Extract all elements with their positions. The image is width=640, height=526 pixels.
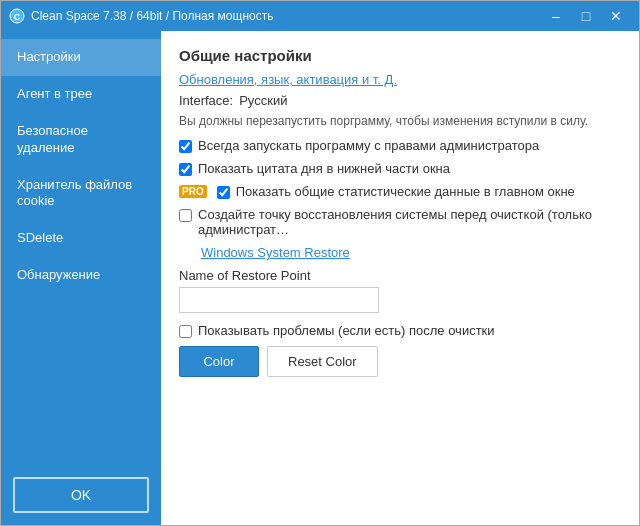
sidebar-item-agent[interactable]: Агент в трее — [1, 76, 161, 113]
close-button[interactable]: ✕ — [601, 1, 631, 31]
maximize-button[interactable]: □ — [571, 1, 601, 31]
main-content: Настройки Агент в трее Безопасное удален… — [1, 31, 639, 525]
sidebar-bottom: OK — [1, 465, 161, 525]
checkbox-row-1: Всегда запускать программу с правами адм… — [179, 138, 621, 153]
reset-color-button[interactable]: Reset Color — [267, 346, 378, 377]
checkbox-row-4: Создайте точку восстановления системы пе… — [179, 207, 621, 237]
titlebar: C Clean Space 7.38 / 64bit / Полная мощн… — [1, 1, 639, 31]
checkbox-row-2: Показать цитата дня в нижней части окна — [179, 161, 621, 176]
sidebar: Настройки Агент в трее Безопасное удален… — [1, 31, 161, 525]
checkbox-problems[interactable] — [179, 325, 192, 338]
checkbox-quote-label: Показать цитата дня в нижней части окна — [198, 161, 450, 176]
checkbox-admin[interactable] — [179, 140, 192, 153]
window-title: Clean Space 7.38 / 64bit / Полная мощнос… — [31, 9, 541, 23]
color-buttons: Color Reset Color — [179, 346, 621, 377]
settings-link[interactable]: Обновления, язык, активация и т. Д. — [179, 72, 621, 87]
app-icon: C — [9, 8, 25, 24]
checkbox-row-problems: Показывать проблемы (если есть) после оч… — [179, 323, 621, 338]
sidebar-item-detection[interactable]: Обнаружение — [1, 257, 161, 294]
sidebar-item-cookie[interactable]: Хранитель файлов cookie — [1, 167, 161, 221]
restore-link[interactable]: Windows System Restore — [201, 245, 621, 260]
main-window: C Clean Space 7.38 / 64bit / Полная мощн… — [0, 0, 640, 526]
panel-title: Общие настройки — [179, 47, 621, 64]
checkbox-restore-label: Создайте точку восстановления системы пе… — [198, 207, 621, 237]
restore-point-label: Name of Restore Point — [179, 268, 621, 283]
checkbox-row-3: PRO Показать общие статистические данные… — [179, 184, 621, 199]
sidebar-item-secure-delete[interactable]: Безопасное удаление — [1, 113, 161, 167]
color-button[interactable]: Color — [179, 346, 259, 377]
interface-value: Русский — [239, 93, 287, 108]
checkbox-stats-label: Показать общие статистические данные в г… — [236, 184, 575, 199]
checkbox-restore[interactable] — [179, 209, 192, 222]
sidebar-item-sdelete[interactable]: SDelete — [1, 220, 161, 257]
checkbox-problems-label: Показывать проблемы (если есть) после оч… — [198, 323, 495, 338]
sidebar-item-settings[interactable]: Настройки — [1, 39, 161, 76]
checkbox-stats[interactable] — [217, 186, 230, 199]
settings-panel: Общие настройки Обновления, язык, актива… — [161, 31, 639, 525]
svg-text:C: C — [14, 12, 21, 22]
pro-badge: PRO — [179, 185, 207, 198]
restore-point-input[interactable] — [179, 287, 379, 313]
interface-label: Interface: — [179, 93, 233, 108]
window-controls: – □ ✕ — [541, 1, 631, 31]
ok-button[interactable]: OK — [13, 477, 149, 513]
checkbox-quote[interactable] — [179, 163, 192, 176]
interface-row: Interface: Русский — [179, 93, 621, 108]
minimize-button[interactable]: – — [541, 1, 571, 31]
restart-notice: Вы должны перезапустить порграмму, чтобы… — [179, 114, 621, 128]
checkbox-admin-label: Всегда запускать программу с правами адм… — [198, 138, 539, 153]
